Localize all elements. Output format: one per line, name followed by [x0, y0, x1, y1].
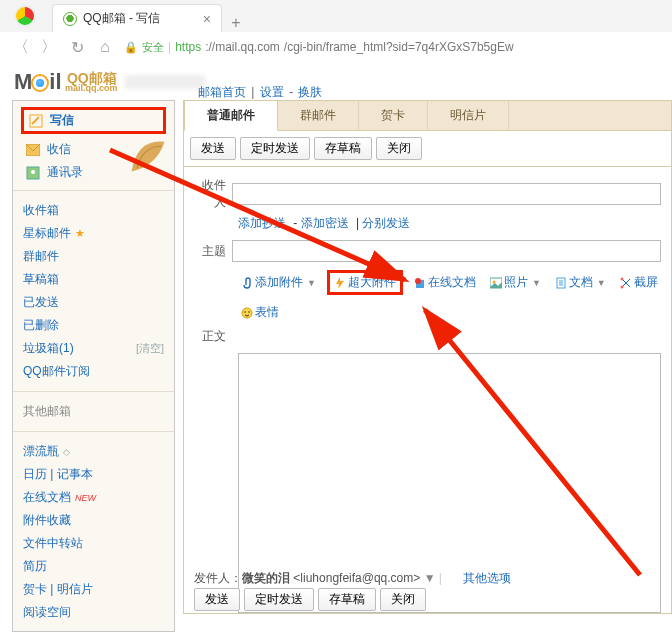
folder-inbox[interactable]: 收件箱	[23, 199, 164, 222]
subject-input[interactable]	[232, 240, 661, 262]
label-body: 正文	[194, 328, 232, 345]
qqmail-logo[interactable]: Mil QQ邮箱 mail.qq.com	[14, 69, 117, 95]
online-docs[interactable]: 在线文档	[411, 273, 479, 292]
star-icon: ★	[75, 227, 85, 240]
svg-point-3	[31, 170, 35, 174]
compose-form: 收件人 添加抄送 - 添加密送 | 分别发送 主题 添加附件▼ 超大附件 在线文…	[183, 167, 672, 614]
mail-header: Mil QQ邮箱 mail.qq.com 邮箱首页 | 设置 - 换肤	[0, 62, 672, 96]
new-tab-button[interactable]: +	[222, 14, 250, 32]
scissors-icon	[620, 277, 632, 289]
link-settings[interactable]: 设置	[260, 85, 284, 99]
to-input[interactable]	[232, 183, 661, 205]
tab-close-icon[interactable]: ×	[203, 11, 211, 27]
lock-icon: 🔒	[124, 41, 138, 54]
spam-clear[interactable]: [清空]	[136, 341, 164, 356]
paperclip-icon	[241, 277, 253, 289]
extra-docs[interactable]: 在线文档NEW	[23, 486, 164, 509]
inbox-icon	[25, 142, 41, 158]
compose-button[interactable]: 写信	[21, 107, 166, 134]
other-mailbox-header: 其他邮箱	[23, 400, 164, 423]
tab-greeting[interactable]: 贺卡	[359, 101, 428, 130]
extra-calendar[interactable]: 日历 | 记事本	[23, 463, 164, 486]
contacts-icon	[25, 165, 41, 181]
secure-label: 安全	[142, 40, 164, 55]
extra-resume[interactable]: 简历	[23, 555, 164, 578]
chrome-profile-icon	[14, 5, 36, 27]
link-separate[interactable]: 分别发送	[362, 216, 410, 230]
tab-normal[interactable]: 普通邮件	[184, 100, 278, 131]
insert-photo[interactable]: 照片▼	[487, 273, 544, 292]
nav-reload-icon[interactable]: ↻	[68, 38, 86, 57]
url-host: ://mail.qq.com	[205, 40, 280, 54]
label-subject: 主题	[194, 243, 232, 260]
browser-chrome: QQ邮箱 - 写信 × + 〈 〉 ↻ ⌂ 🔒 安全 | https://mai…	[0, 0, 672, 62]
head-links: 邮箱首页 | 设置 - 换肤	[196, 84, 324, 101]
browser-tabs: QQ邮箱 - 写信 × +	[0, 0, 672, 32]
folder-sent[interactable]: 已发送	[23, 291, 164, 314]
nav-back-icon[interactable]: 〈	[12, 37, 30, 58]
recipient-sublinks: 添加抄送 - 添加密送 | 分别发送	[238, 215, 661, 232]
url-box[interactable]: 🔒 安全 | https://mail.qq.com/cgi-bin/frame…	[124, 40, 660, 55]
svg-point-13	[248, 311, 250, 313]
url-path: /cgi-bin/frame_html?sid=7q4rXGxS7b5gEw	[284, 40, 514, 54]
timed-send-button-bottom[interactable]: 定时发送	[244, 588, 314, 611]
main-pane: 普通邮件 群邮件 贺卡 明信片 发送 定时发送 存草稿 关闭 收件人 添加抄送 …	[175, 96, 672, 632]
extra-fav[interactable]: 附件收藏	[23, 509, 164, 532]
emoji[interactable]: 表情	[238, 303, 282, 322]
label-to: 收件人	[194, 177, 232, 211]
link-bcc[interactable]: 添加密送	[301, 216, 349, 230]
save-draft-button-bottom[interactable]: 存草稿	[318, 588, 376, 611]
send-button-bottom[interactable]: 发送	[194, 588, 240, 611]
save-draft-button[interactable]: 存草稿	[314, 137, 372, 160]
compose-toolbar: 发送 定时发送 存草稿 关闭	[183, 130, 672, 167]
photo-icon	[490, 277, 502, 289]
folder-starred[interactable]: 星标邮件★	[23, 222, 164, 245]
url-https: https	[175, 40, 201, 54]
folder-subscribe[interactable]: QQ邮件订阅	[23, 360, 164, 383]
folder-deleted[interactable]: 已删除	[23, 314, 164, 337]
extra-readspace[interactable]: 阅读空间	[23, 601, 164, 624]
timed-send-button[interactable]: 定时发送	[240, 137, 310, 160]
folder-spam[interactable]: 垃圾箱(1)[清空]	[23, 337, 164, 360]
compose-tabs: 普通邮件 群邮件 贺卡 明信片	[183, 100, 672, 130]
tab-group[interactable]: 群邮件	[278, 101, 359, 130]
sidebar: 写信 收信 通讯录 收件箱 星标邮件★ 群邮件 草稿箱 已发送 已删除 垃圾箱(…	[12, 100, 175, 632]
link-skin[interactable]: 换肤	[298, 85, 322, 99]
browser-navbar: 〈 〉 ↻ ⌂ 🔒 安全 | https://mail.qq.com/cgi-b…	[0, 32, 672, 62]
nav-home-icon[interactable]: ⌂	[96, 38, 114, 56]
sender-name: 微笑的泪	[242, 571, 290, 585]
svg-point-12	[244, 311, 246, 313]
add-attachment[interactable]: 添加附件▼	[238, 273, 319, 292]
compose-icon	[28, 113, 44, 129]
doc-cloud-icon	[414, 277, 426, 289]
large-attachment[interactable]: 超大附件	[327, 270, 403, 295]
folder-drafts[interactable]: 草稿箱	[23, 268, 164, 291]
close-button-bottom[interactable]: 关闭	[380, 588, 426, 611]
dropdown-icon: ▼	[307, 278, 316, 288]
folder-group[interactable]: 群邮件	[23, 245, 164, 268]
send-button[interactable]: 发送	[190, 137, 236, 160]
tab-postcard[interactable]: 明信片	[428, 101, 509, 130]
other-options[interactable]: 其他选项	[463, 571, 511, 585]
extra-drift[interactable]: 漂流瓶 ◇	[23, 440, 164, 463]
qqmail-favicon	[63, 12, 77, 26]
doc-icon	[555, 277, 567, 289]
link-cc[interactable]: 添加抄送	[238, 216, 286, 230]
sender-drop-icon[interactable]: ▼	[424, 571, 436, 585]
tab-title: QQ邮箱 - 写信	[83, 10, 160, 27]
insert-doc[interactable]: 文档▼	[552, 273, 609, 292]
extra-cards[interactable]: 贺卡 | 明信片	[23, 578, 164, 601]
bolt-icon	[334, 277, 346, 289]
user-blur	[125, 75, 205, 89]
extra-transfer[interactable]: 文件中转站	[23, 532, 164, 555]
nav-forward-icon[interactable]: 〉	[40, 37, 58, 58]
close-button[interactable]: 关闭	[376, 137, 422, 160]
leaf-decor-icon	[126, 133, 170, 177]
sender-bar: 发件人：微笑的泪 <liuhongfeifa@qq.com> ▼ | 其他选项	[194, 570, 661, 587]
svg-point-10	[620, 285, 623, 288]
svg-point-9	[620, 277, 623, 280]
browser-tab[interactable]: QQ邮箱 - 写信 ×	[52, 4, 222, 32]
emoji-icon	[241, 307, 253, 319]
screenshot[interactable]: 截屏	[617, 273, 661, 292]
link-home[interactable]: 邮箱首页	[198, 85, 246, 99]
